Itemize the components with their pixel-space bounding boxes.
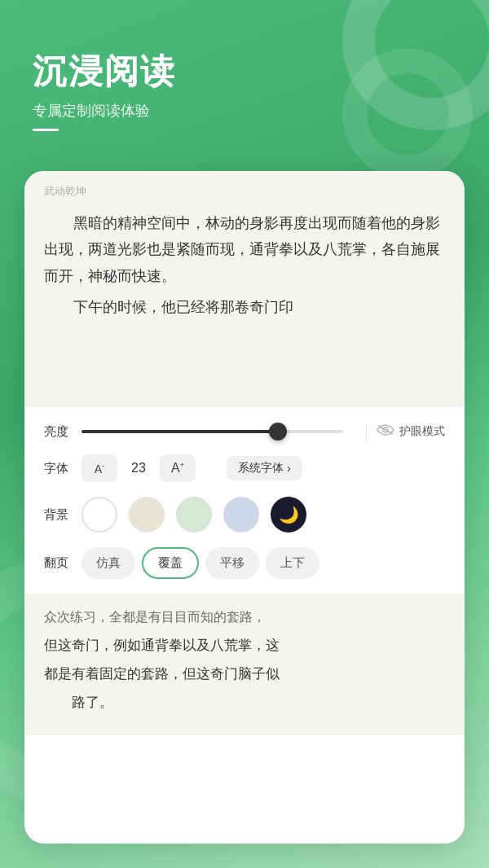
font-row: 字体 A- 23 A+ 系统字体 › (44, 454, 445, 482)
pageturn-options: 仿真 覆盖 平移 上下 (82, 547, 319, 579)
pageturn-row: 翻页 仿真 覆盖 平移 上下 (44, 547, 445, 579)
brightness-slider[interactable] (82, 430, 343, 433)
bg-option-green[interactable] (176, 497, 212, 533)
background-row: 背景 🌙 (44, 497, 445, 533)
bg-option-blue[interactable] (223, 497, 259, 533)
pageturn-slide[interactable]: 平移 (205, 547, 259, 579)
font-family-button[interactable]: 系统字体 › (227, 456, 302, 480)
moon-icon: 🌙 (279, 505, 299, 524)
eye-mode-label: 护眼模式 (399, 424, 445, 439)
bottom-text-4: 路了。 (44, 690, 445, 715)
reading-paragraph-1: 黑暗的精神空间中，林动的身影再度出现而随着他的身影出现，两道光影也是紧随而现，通… (44, 210, 445, 289)
font-family-arrow: › (287, 462, 291, 475)
settings-panel: 亮度 护眼模式 字体 (24, 407, 465, 594)
bottom-text-3: 都是有着固定的套路，但这奇门脑子似 (44, 661, 445, 686)
pageturn-cover[interactable]: 覆盖 (142, 547, 199, 579)
bg-option-beige[interactable] (129, 497, 165, 533)
book-title: 武动乾坤 (44, 184, 445, 200)
bottom-text-first: 众次练习，全都是有目目而知的套路， (44, 605, 445, 629)
brightness-fill (82, 430, 278, 433)
font-family-label: 系统字体 (238, 461, 284, 476)
pageturn-simulated[interactable]: 仿真 (82, 547, 135, 579)
font-label: 字体 (44, 461, 75, 476)
bg-option-dark[interactable]: 🌙 (271, 497, 306, 533)
reading-top-area: 武动乾坤 黑暗的精神空间中，林动的身影再度出现而随着他的身影出现，两道光影也是紧… (24, 171, 465, 407)
reading-bottom-area: 众次练习，全都是有目目而知的套路， 但这奇门，例如通背拳以及八荒掌，这 都是有着… (24, 594, 465, 735)
header-line (33, 129, 59, 131)
background-label: 背景 (44, 507, 75, 523)
background-options: 🌙 (82, 497, 306, 533)
font-controls: A- 23 A+ 系统字体 › (82, 454, 302, 482)
divider (366, 423, 367, 440)
brightness-label: 亮度 (44, 424, 75, 440)
brightness-thumb[interactable] (269, 423, 287, 441)
pageturn-label: 翻页 (44, 555, 75, 571)
bottom-text-2: 但这奇门，例如通背拳以及八荒掌，这 (44, 633, 445, 658)
font-size-value: 23 (129, 461, 148, 476)
eye-icon (377, 424, 394, 439)
main-card: 武动乾坤 黑暗的精神空间中，林动的身影再度出现而随着他的身影出现，两道光影也是紧… (24, 171, 465, 844)
page-subtitle: 专属定制阅读体验 (33, 101, 456, 121)
font-increase-button[interactable]: A+ (160, 454, 196, 482)
eye-mode-toggle[interactable]: 护眼模式 (377, 424, 445, 439)
pageturn-vertical[interactable]: 上下 (266, 547, 319, 579)
bg-option-white[interactable] (82, 497, 117, 533)
font-decrease-button[interactable]: A- (82, 454, 117, 482)
reading-text-top: 黑暗的精神空间中，林动的身影再度出现而随着他的身影出现，两道光影也是紧随而现，通… (44, 210, 445, 321)
reading-paragraph-2: 下午的时候，他已经将那卷奇门印 (44, 294, 445, 320)
brightness-row: 亮度 护眼模式 (44, 423, 445, 440)
